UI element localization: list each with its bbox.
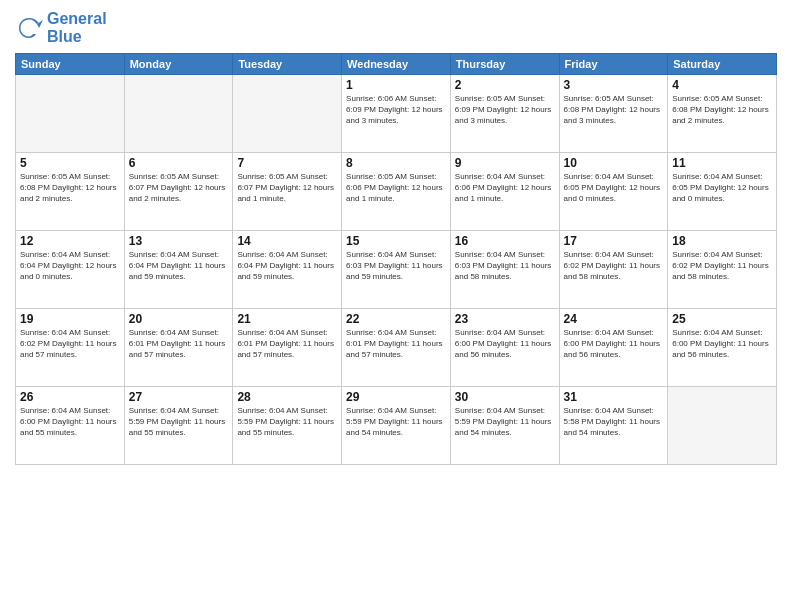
day-cell: [668, 387, 777, 465]
day-cell: 11Sunrise: 6:04 AM Sunset: 6:05 PM Dayli…: [668, 153, 777, 231]
day-cell: [16, 75, 125, 153]
day-cell: 2Sunrise: 6:05 AM Sunset: 6:09 PM Daylig…: [450, 75, 559, 153]
day-cell: 22Sunrise: 6:04 AM Sunset: 6:01 PM Dayli…: [342, 309, 451, 387]
header: General Blue: [15, 10, 777, 45]
day-cell: 19Sunrise: 6:04 AM Sunset: 6:02 PM Dayli…: [16, 309, 125, 387]
weekday-header-tuesday: Tuesday: [233, 54, 342, 75]
logo-text: General Blue: [47, 10, 107, 45]
day-cell: 21Sunrise: 6:04 AM Sunset: 6:01 PM Dayli…: [233, 309, 342, 387]
day-info: Sunrise: 6:04 AM Sunset: 5:58 PM Dayligh…: [564, 406, 664, 438]
logo-icon: [15, 14, 43, 42]
day-cell: 24Sunrise: 6:04 AM Sunset: 6:00 PM Dayli…: [559, 309, 668, 387]
day-cell: 10Sunrise: 6:04 AM Sunset: 6:05 PM Dayli…: [559, 153, 668, 231]
day-number: 2: [455, 78, 555, 92]
day-number: 13: [129, 234, 229, 248]
day-number: 28: [237, 390, 337, 404]
weekday-header-wednesday: Wednesday: [342, 54, 451, 75]
day-info: Sunrise: 6:04 AM Sunset: 6:00 PM Dayligh…: [672, 328, 772, 360]
day-number: 14: [237, 234, 337, 248]
day-number: 12: [20, 234, 120, 248]
weekday-header-monday: Monday: [124, 54, 233, 75]
day-cell: [124, 75, 233, 153]
weekday-header-saturday: Saturday: [668, 54, 777, 75]
day-number: 3: [564, 78, 664, 92]
day-number: 22: [346, 312, 446, 326]
day-cell: 3Sunrise: 6:05 AM Sunset: 6:08 PM Daylig…: [559, 75, 668, 153]
day-cell: 25Sunrise: 6:04 AM Sunset: 6:00 PM Dayli…: [668, 309, 777, 387]
day-number: 21: [237, 312, 337, 326]
day-cell: 16Sunrise: 6:04 AM Sunset: 6:03 PM Dayli…: [450, 231, 559, 309]
weekday-header-friday: Friday: [559, 54, 668, 75]
day-info: Sunrise: 6:04 AM Sunset: 6:01 PM Dayligh…: [129, 328, 229, 360]
day-cell: 7Sunrise: 6:05 AM Sunset: 6:07 PM Daylig…: [233, 153, 342, 231]
day-info: Sunrise: 6:04 AM Sunset: 6:02 PM Dayligh…: [672, 250, 772, 282]
day-number: 11: [672, 156, 772, 170]
week-row-2: 5Sunrise: 6:05 AM Sunset: 6:08 PM Daylig…: [16, 153, 777, 231]
day-info: Sunrise: 6:04 AM Sunset: 6:00 PM Dayligh…: [455, 328, 555, 360]
day-cell: 28Sunrise: 6:04 AM Sunset: 5:59 PM Dayli…: [233, 387, 342, 465]
day-number: 18: [672, 234, 772, 248]
day-number: 30: [455, 390, 555, 404]
day-info: Sunrise: 6:04 AM Sunset: 5:59 PM Dayligh…: [346, 406, 446, 438]
day-number: 25: [672, 312, 772, 326]
day-info: Sunrise: 6:04 AM Sunset: 6:03 PM Dayligh…: [346, 250, 446, 282]
page: General Blue SundayMondayTuesdayWednesda…: [0, 0, 792, 612]
day-number: 19: [20, 312, 120, 326]
day-info: Sunrise: 6:04 AM Sunset: 6:00 PM Dayligh…: [564, 328, 664, 360]
day-cell: 1Sunrise: 6:06 AM Sunset: 6:09 PM Daylig…: [342, 75, 451, 153]
day-cell: 30Sunrise: 6:04 AM Sunset: 5:59 PM Dayli…: [450, 387, 559, 465]
day-info: Sunrise: 6:04 AM Sunset: 5:59 PM Dayligh…: [455, 406, 555, 438]
day-info: Sunrise: 6:04 AM Sunset: 6:04 PM Dayligh…: [129, 250, 229, 282]
day-info: Sunrise: 6:04 AM Sunset: 6:04 PM Dayligh…: [237, 250, 337, 282]
day-cell: 18Sunrise: 6:04 AM Sunset: 6:02 PM Dayli…: [668, 231, 777, 309]
day-number: 1: [346, 78, 446, 92]
day-info: Sunrise: 6:05 AM Sunset: 6:07 PM Dayligh…: [129, 172, 229, 204]
day-info: Sunrise: 6:05 AM Sunset: 6:09 PM Dayligh…: [455, 94, 555, 126]
day-cell: 17Sunrise: 6:04 AM Sunset: 6:02 PM Dayli…: [559, 231, 668, 309]
day-info: Sunrise: 6:05 AM Sunset: 6:07 PM Dayligh…: [237, 172, 337, 204]
day-info: Sunrise: 6:05 AM Sunset: 6:08 PM Dayligh…: [20, 172, 120, 204]
logo: General Blue: [15, 10, 107, 45]
day-cell: 8Sunrise: 6:05 AM Sunset: 6:06 PM Daylig…: [342, 153, 451, 231]
day-number: 31: [564, 390, 664, 404]
week-row-4: 19Sunrise: 6:04 AM Sunset: 6:02 PM Dayli…: [16, 309, 777, 387]
day-info: Sunrise: 6:04 AM Sunset: 6:02 PM Dayligh…: [20, 328, 120, 360]
day-number: 23: [455, 312, 555, 326]
day-info: Sunrise: 6:04 AM Sunset: 6:05 PM Dayligh…: [672, 172, 772, 204]
day-info: Sunrise: 6:04 AM Sunset: 6:02 PM Dayligh…: [564, 250, 664, 282]
day-number: 10: [564, 156, 664, 170]
day-cell: 9Sunrise: 6:04 AM Sunset: 6:06 PM Daylig…: [450, 153, 559, 231]
day-info: Sunrise: 6:04 AM Sunset: 6:05 PM Dayligh…: [564, 172, 664, 204]
day-info: Sunrise: 6:04 AM Sunset: 5:59 PM Dayligh…: [237, 406, 337, 438]
day-info: Sunrise: 6:05 AM Sunset: 6:08 PM Dayligh…: [564, 94, 664, 126]
day-info: Sunrise: 6:04 AM Sunset: 6:00 PM Dayligh…: [20, 406, 120, 438]
weekday-header-row: SundayMondayTuesdayWednesdayThursdayFrid…: [16, 54, 777, 75]
day-info: Sunrise: 6:04 AM Sunset: 6:01 PM Dayligh…: [346, 328, 446, 360]
day-number: 4: [672, 78, 772, 92]
day-number: 16: [455, 234, 555, 248]
week-row-1: 1Sunrise: 6:06 AM Sunset: 6:09 PM Daylig…: [16, 75, 777, 153]
weekday-header-thursday: Thursday: [450, 54, 559, 75]
day-cell: 12Sunrise: 6:04 AM Sunset: 6:04 PM Dayli…: [16, 231, 125, 309]
day-info: Sunrise: 6:05 AM Sunset: 6:08 PM Dayligh…: [672, 94, 772, 126]
day-info: Sunrise: 6:04 AM Sunset: 5:59 PM Dayligh…: [129, 406, 229, 438]
day-number: 15: [346, 234, 446, 248]
day-info: Sunrise: 6:04 AM Sunset: 6:01 PM Dayligh…: [237, 328, 337, 360]
day-cell: 29Sunrise: 6:04 AM Sunset: 5:59 PM Dayli…: [342, 387, 451, 465]
day-number: 29: [346, 390, 446, 404]
day-number: 7: [237, 156, 337, 170]
day-cell: 27Sunrise: 6:04 AM Sunset: 5:59 PM Dayli…: [124, 387, 233, 465]
day-cell: 26Sunrise: 6:04 AM Sunset: 6:00 PM Dayli…: [16, 387, 125, 465]
day-number: 8: [346, 156, 446, 170]
day-cell: 13Sunrise: 6:04 AM Sunset: 6:04 PM Dayli…: [124, 231, 233, 309]
day-cell: 23Sunrise: 6:04 AM Sunset: 6:00 PM Dayli…: [450, 309, 559, 387]
day-number: 24: [564, 312, 664, 326]
weekday-header-sunday: Sunday: [16, 54, 125, 75]
day-cell: 14Sunrise: 6:04 AM Sunset: 6:04 PM Dayli…: [233, 231, 342, 309]
day-info: Sunrise: 6:04 AM Sunset: 6:03 PM Dayligh…: [455, 250, 555, 282]
day-cell: 5Sunrise: 6:05 AM Sunset: 6:08 PM Daylig…: [16, 153, 125, 231]
day-info: Sunrise: 6:04 AM Sunset: 6:06 PM Dayligh…: [455, 172, 555, 204]
day-info: Sunrise: 6:06 AM Sunset: 6:09 PM Dayligh…: [346, 94, 446, 126]
day-info: Sunrise: 6:04 AM Sunset: 6:04 PM Dayligh…: [20, 250, 120, 282]
day-number: 9: [455, 156, 555, 170]
